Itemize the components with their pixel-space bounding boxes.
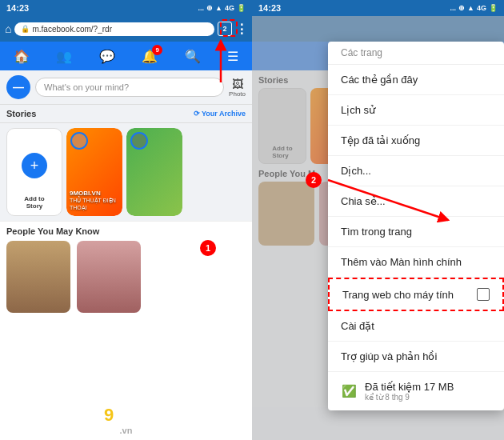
url-box-left[interactable]: 🔒 m.facebook.com/?_rdr <box>14 22 214 36</box>
trang-web-checkbox[interactable] <box>477 288 490 301</box>
watermark-9: 9 <box>104 405 114 425</box>
menu-label-cai-dat: Cài đặt <box>341 320 374 332</box>
menu-label-lich-su: Lịch sử <box>341 104 375 116</box>
annotation-circle-1: 1 <box>200 240 216 256</box>
user-avatar-left: — <box>6 75 30 99</box>
people-section-left: People You May Know <box>0 221 252 318</box>
arrow-to-menu <box>209 38 233 86</box>
people-title-left: People You May Know <box>6 226 99 236</box>
menu-label-tiet-kiem: Đã tiết kiệm 17 MB <box>365 381 454 393</box>
status-bar-right: 14:23 ...⊕▲4G🔋 <box>252 0 504 16</box>
stories-header: Stories ⟳ Your Archive <box>0 105 252 123</box>
watermark-sub: .vn <box>120 426 133 435</box>
svg-line-3 <box>328 180 448 220</box>
archive-link[interactable]: ⟳ Your Archive <box>194 110 246 118</box>
arrow-to-trang-web <box>328 172 480 236</box>
menu-item-cai-dat[interactable]: Cài đặt <box>328 311 504 342</box>
annotation-circle-2: 2 <box>306 172 322 188</box>
home-button-left[interactable]: ⌂ <box>5 22 11 35</box>
fb-home-icon[interactable]: 🏠 <box>14 49 30 64</box>
notification-badge: 9 <box>152 45 162 55</box>
menu-item-cac-the[interactable]: Các thẻ gần đây <box>328 65 504 95</box>
add-story-label: Add toStory <box>7 195 62 210</box>
post-input[interactable]: What's on your mind? <box>35 78 224 97</box>
status-icons-right: ...⊕▲4G🔋 <box>450 4 498 12</box>
fb-search-icon[interactable]: 🔍 <box>185 49 201 64</box>
time-right: 14:23 <box>258 3 281 13</box>
menu-highlight-box <box>220 19 238 37</box>
menu-item-lich-su[interactable]: Lịch sử <box>328 95 504 126</box>
menu-item-tai-xuong[interactable]: Tệp đã tải xuống <box>328 126 504 156</box>
menu-item-tro-giup[interactable]: Trợ giúp và phản hồi <box>328 342 504 372</box>
watermark-mobi: mobi <box>114 408 148 424</box>
status-bar-left: 14:23 ... ⊕ ▲ 4G 🔋 <box>0 0 252 16</box>
story-card-1[interactable]: 9MOBI.VNTHỦ THUẬT ĐIỆN THOẠI <box>66 128 122 216</box>
add-story-plus: + <box>22 153 47 178</box>
menu-label-tai-xuong: Tệp đã tải xuống <box>341 134 420 146</box>
story-card-2[interactable] <box>126 128 182 216</box>
person-img-2 <box>77 241 141 313</box>
watermark: 9mobi .vn <box>0 405 252 435</box>
story-label-1: 9MOBI.VNTHỦ THUẬT ĐIỆN THOẠI <box>70 190 119 211</box>
url-text-left: m.facebook.com/?_rdr <box>32 25 112 34</box>
stories-title: Stories <box>6 109 36 118</box>
right-phone-panel: 14:23 ...⊕▲4G🔋 Stories Add toStory Peopl… <box>252 0 504 440</box>
watermark-brand: 9mobi <box>104 405 148 426</box>
add-story-card[interactable]: + Add toStory <box>6 128 62 216</box>
time-left: 14:23 <box>6 3 29 13</box>
menu-header-item: Các trang <box>328 42 504 65</box>
stories-row: + Add toStory 9MOBI.VNTHỦ THUẬT ĐIỆN THO… <box>0 123 252 221</box>
person-img-1 <box>6 241 70 313</box>
fb-bell-icon[interactable]: 🔔 9 <box>142 49 158 64</box>
dimmed-browser-bar <box>252 16 504 42</box>
menu-sub-tiet-kiem: kể từ 8 thg 9 <box>365 393 454 402</box>
fb-friends-icon[interactable]: 👥 <box>56 49 72 64</box>
menu-label-trang-web: Trang web cho máy tính <box>342 289 454 301</box>
person-card-2[interactable] <box>77 241 141 313</box>
menu-item-them-man-hinh[interactable]: Thêm vào Màn hình chính <box>328 247 504 278</box>
menu-item-trang-web[interactable]: Trang web cho máy tính <box>328 278 504 311</box>
menu-label-cac-the: Các thẻ gần đây <box>341 74 418 86</box>
status-icons-left: ... ⊕ ▲ 4G 🔋 <box>198 4 246 12</box>
left-phone-panel: 14:23 ... ⊕ ▲ 4G 🔋 ⌂ 🔒 m.facebook.com/?_… <box>0 0 252 440</box>
fb-messenger-icon[interactable]: 💬 <box>99 49 115 64</box>
lock-icon: 🔒 <box>21 25 30 33</box>
person-card-1[interactable] <box>6 241 70 313</box>
check-icon: ✅ <box>341 384 357 398</box>
menu-item-tiet-kiem[interactable]: ✅ Đã tiết kiệm 17 MB kể từ 8 thg 9 <box>328 372 504 410</box>
menu-cac-trang: Các trang <box>341 47 382 58</box>
menu-label-them-man-hinh: Thêm vào Màn hình chính <box>341 256 462 268</box>
menu-label-tro-giup: Trợ giúp và phản hồi <box>341 350 437 362</box>
